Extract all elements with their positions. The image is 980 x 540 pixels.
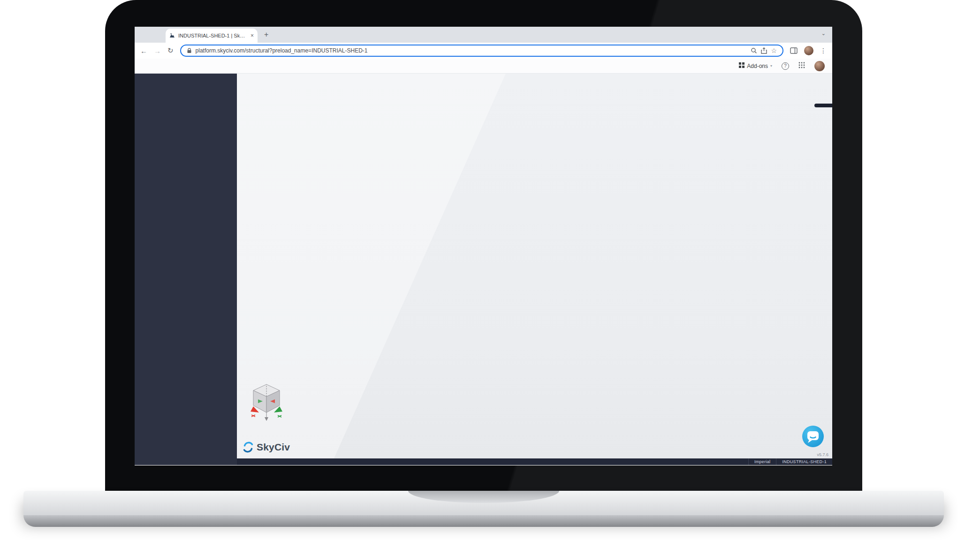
forward-icon[interactable]: → bbox=[154, 47, 161, 55]
skyciv-logo: SkyCiv bbox=[243, 442, 290, 453]
browser-tab[interactable]: INDUSTRIAL-SHED-1 | SkyCiv × bbox=[166, 29, 258, 43]
tab-favicon-skyciv-icon bbox=[169, 33, 175, 38]
reload-icon[interactable]: ↻ bbox=[167, 46, 174, 55]
axis-cube[interactable] bbox=[249, 381, 284, 426]
status-bar: Imperial INDUSTRIAL-SHED-1 bbox=[237, 458, 832, 465]
share-icon[interactable] bbox=[761, 47, 767, 54]
bookmark-star-icon[interactable]: ☆ bbox=[771, 47, 777, 54]
skyciv-logo-icon bbox=[243, 442, 254, 453]
status-units[interactable]: Imperial bbox=[748, 458, 776, 465]
tab-title: INDUSTRIAL-SHED-1 | SkyCiv bbox=[178, 33, 247, 38]
addons-grid-icon bbox=[739, 62, 744, 69]
app-toolbar: Add-ons ▾ ? bbox=[135, 59, 832, 74]
browser-navbar: ← → ↻ platform.skyciv.com/structural?pre… bbox=[135, 43, 832, 59]
browser-menu-icon[interactable]: ⋮ bbox=[820, 47, 827, 54]
help-button[interactable]: ? bbox=[782, 62, 789, 70]
viewport-right-toolbar bbox=[814, 104, 832, 107]
browser-tabstrip: INDUSTRIAL-SHED-1 | SkyCiv × + ⌄ bbox=[135, 27, 832, 43]
lock-icon bbox=[187, 48, 192, 53]
browser-profile-avatar[interactable] bbox=[804, 46, 813, 55]
browser-window: INDUSTRIAL-SHED-1 | SkyCiv × + ⌄ ← → ↻ p… bbox=[135, 27, 832, 465]
laptop-base-edge bbox=[23, 515, 944, 527]
viewport: SkyCiv bbox=[237, 74, 832, 465]
scene-area[interactable]: SkyCiv bbox=[237, 74, 832, 458]
tab-close-icon[interactable]: × bbox=[251, 33, 254, 38]
side-panel-icon[interactable] bbox=[790, 47, 798, 54]
skyciv-logo-text: SkyCiv bbox=[257, 442, 290, 453]
back-icon[interactable]: ← bbox=[140, 47, 147, 55]
minimize-window-button[interactable] bbox=[151, 32, 156, 38]
chat-bubble-icon bbox=[802, 426, 824, 447]
apps-grid-icon[interactable] bbox=[798, 62, 805, 70]
window-controls bbox=[141, 32, 166, 38]
close-window-button[interactable] bbox=[141, 32, 147, 38]
sidebar bbox=[135, 74, 237, 465]
version-label: v5.7.6 bbox=[817, 452, 828, 457]
chat-button[interactable] bbox=[802, 426, 824, 447]
app-body: SkyCiv bbox=[135, 74, 832, 465]
addons-label: Add-ons bbox=[747, 63, 768, 69]
app-toolbar-right: Add-ons ▾ ? bbox=[729, 61, 825, 71]
new-tab-button[interactable]: + bbox=[264, 30, 268, 39]
scene-svg bbox=[237, 74, 832, 458]
url-text: platform.skyciv.com/structural?preload_n… bbox=[196, 47, 368, 54]
tab-list-chevron-icon[interactable]: ⌄ bbox=[821, 30, 826, 37]
address-bar[interactable]: platform.skyciv.com/structural?preload_n… bbox=[180, 45, 783, 57]
chevron-down-icon: ▾ bbox=[770, 64, 772, 68]
search-icon[interactable] bbox=[751, 47, 757, 54]
app-profile-avatar[interactable] bbox=[814, 61, 825, 71]
zoom-window-button[interactable] bbox=[160, 32, 166, 38]
status-project-name: INDUSTRIAL-SHED-1 bbox=[776, 458, 832, 465]
page: INDUSTRIAL-SHED-1 | SkyCiv × + ⌄ ← → ↻ p… bbox=[0, 0, 980, 540]
addons-button[interactable]: Add-ons ▾ bbox=[739, 62, 772, 69]
